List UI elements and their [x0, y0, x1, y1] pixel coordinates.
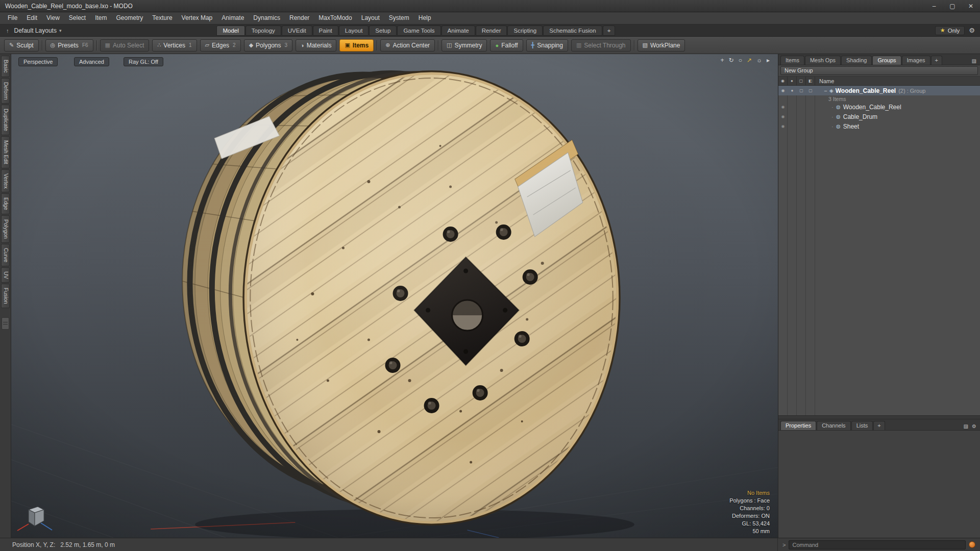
- layout-preset-dropdown[interactable]: Default Layouts ▾: [12, 27, 64, 34]
- select-through-button[interactable]: ▥ Select Through: [571, 39, 631, 52]
- tab-items[interactable]: Items: [780, 56, 804, 65]
- tab-properties[interactable]: Properties: [780, 421, 816, 430]
- tab-shading[interactable]: Shading: [841, 56, 872, 65]
- tab-animate[interactable]: Animate: [442, 26, 475, 36]
- menu-geometry[interactable]: Geometry: [112, 12, 148, 24]
- symmetry-button[interactable]: ◫ Symmetry: [442, 39, 487, 52]
- tab-topology[interactable]: Topology: [246, 26, 281, 36]
- presets-button[interactable]: ◎ Presets F6: [45, 39, 93, 52]
- toolbox-tab-curve[interactable]: Curve: [1, 244, 10, 266]
- toolbox-tab-uv[interactable]: UV: [1, 267, 10, 283]
- filter-toggle-icon[interactable]: ▢: [806, 86, 815, 95]
- panel-splitter[interactable]: [778, 415, 980, 419]
- menu-file[interactable]: File: [3, 12, 22, 24]
- toolbox-tab-fusion[interactable]: Fusion: [1, 284, 10, 308]
- viewport-settings-icon[interactable]: ☼: [756, 57, 762, 64]
- menu-system[interactable]: System: [384, 12, 414, 24]
- new-group-button[interactable]: New Group: [780, 66, 978, 75]
- raygl-button[interactable]: Ray GL: Off: [124, 57, 163, 66]
- only-toggle[interactable]: ★ Only: [935, 26, 965, 35]
- command-input[interactable]: [789, 540, 966, 549]
- panel-grip-handle[interactable]: [2, 317, 9, 330]
- command-status-dot[interactable]: [969, 541, 975, 548]
- render-toggle-icon[interactable]: ●: [788, 86, 797, 95]
- menu-edit[interactable]: Edit: [22, 12, 42, 24]
- menu-view[interactable]: View: [42, 12, 64, 24]
- toolbox-tab-edge[interactable]: Edge: [1, 193, 10, 214]
- sculpt-button[interactable]: ✎ Sculpt: [4, 39, 39, 52]
- zoom-icon[interactable]: ○: [739, 57, 742, 64]
- menu-vertex-map[interactable]: Vertex Map: [177, 12, 217, 24]
- tab-layout[interactable]: Layout: [339, 26, 369, 36]
- tab-schematic-fusion[interactable]: Schematic Fusion: [543, 26, 602, 36]
- toolbox-tab-polygon[interactable]: Polygon: [1, 215, 10, 243]
- eye-icon[interactable]: ◉: [778, 121, 788, 131]
- lock-toggle-icon[interactable]: ▢: [797, 86, 806, 95]
- materials-mode-button[interactable]: ◑ Materials: [296, 39, 336, 52]
- add-tab-button[interactable]: +: [603, 26, 616, 36]
- viewport-3d[interactable]: Perspective Advanced Ray GL: Off + ↻ ○ ↗…: [11, 54, 778, 538]
- tree-row-sheet[interactable]: ◉ · ◍ Sheet: [778, 121, 980, 131]
- vertices-mode-button[interactable]: ∴ Vertices 1: [152, 39, 197, 52]
- tab-game-tools[interactable]: Game Tools: [397, 26, 440, 36]
- menu-item[interactable]: Item: [90, 12, 111, 24]
- menu-layout[interactable]: Layout: [357, 12, 384, 24]
- polygons-mode-button[interactable]: ◆ Polygons 3: [244, 39, 292, 52]
- render-column-icon[interactable]: ●: [788, 77, 797, 85]
- menu-select[interactable]: Select: [64, 12, 90, 24]
- snapping-button[interactable]: ╋ Snapping: [526, 39, 568, 52]
- falloff-button[interactable]: ● Falloff: [490, 39, 523, 52]
- fit-view-icon[interactable]: ↗: [747, 57, 752, 64]
- maximize-button[interactable]: ▢: [943, 0, 962, 12]
- tab-lists[interactable]: Lists: [851, 421, 873, 430]
- toolbox-tab-deform[interactable]: Deform: [1, 78, 10, 104]
- viewport-canvas[interactable]: [11, 54, 778, 538]
- shading-mode-button[interactable]: Advanced: [74, 57, 109, 66]
- toolbox-tab-basic[interactable]: Basic: [1, 56, 10, 77]
- tab-model[interactable]: Model: [216, 26, 244, 36]
- toolbox-tab-duplicate[interactable]: Duplicate: [1, 105, 10, 135]
- action-center-button[interactable]: ⊕ Action Center: [380, 39, 435, 52]
- add-prop-tab-button[interactable]: +: [873, 421, 885, 430]
- collapse-icon[interactable]: −: [822, 88, 829, 94]
- edges-mode-button[interactable]: ▱ Edges 2: [200, 39, 241, 52]
- menu-texture[interactable]: Texture: [148, 12, 177, 24]
- filter-column-icon[interactable]: ◧: [806, 77, 815, 85]
- command-prompt-icon[interactable]: >: [782, 542, 786, 548]
- tab-mesh-ops[interactable]: Mesh Ops: [805, 56, 841, 65]
- workplane-button[interactable]: ▧ WorkPlane: [638, 39, 685, 52]
- lock-column-icon[interactable]: ▢: [797, 77, 806, 85]
- menu-maxtomodo[interactable]: MaxToModo: [314, 12, 356, 24]
- tab-groups[interactable]: Groups: [872, 56, 901, 65]
- eye-icon[interactable]: ◉: [778, 112, 788, 121]
- tree-row-wooden-cable-reel[interactable]: ◉ · ◍ Wooden_Cable_Reel: [778, 102, 980, 112]
- menu-help[interactable]: Help: [414, 12, 436, 24]
- menu-animate[interactable]: Animate: [217, 12, 249, 24]
- tab-render[interactable]: Render: [476, 26, 507, 36]
- items-mode-button[interactable]: ▣ Items: [339, 39, 374, 52]
- visibility-column-icon[interactable]: ◉: [778, 77, 788, 85]
- tab-images[interactable]: Images: [902, 56, 930, 65]
- gear-icon[interactable]: ⚙: [972, 423, 976, 429]
- tab-scripting[interactable]: Scripting: [507, 26, 543, 36]
- view-type-button[interactable]: Perspective: [18, 57, 58, 66]
- tree-row-cable-drum[interactable]: ◉ · ◍ Cable_Drum: [778, 112, 980, 121]
- eye-icon[interactable]: ◉: [778, 102, 788, 112]
- auto-select-button[interactable]: ▦ Auto Select: [100, 39, 150, 52]
- panel-expand-icon[interactable]: ▨: [972, 58, 976, 64]
- tab-setup[interactable]: Setup: [369, 26, 397, 36]
- tab-uvedit[interactable]: UVEdit: [282, 26, 312, 36]
- tree-row-group-root[interactable]: ◉ ● ▢ ▢ − ◈ Wooden_Cable_Reel (2) : Grou…: [778, 86, 980, 95]
- pan-icon[interactable]: +: [721, 57, 724, 64]
- panel-expand-icon[interactable]: ▨: [964, 423, 968, 429]
- layouts-up-icon[interactable]: ↑: [3, 28, 12, 34]
- add-list-tab-button[interactable]: +: [931, 56, 942, 65]
- rotate-icon[interactable]: ↻: [729, 57, 734, 64]
- gear-icon[interactable]: ⚙: [969, 27, 975, 34]
- toolbox-tab-vertex[interactable]: Vertex: [1, 169, 10, 193]
- tab-channels[interactable]: Channels: [817, 421, 850, 430]
- tab-paint[interactable]: Paint: [313, 26, 338, 36]
- menu-dynamics[interactable]: Dynamics: [249, 12, 285, 24]
- menu-render[interactable]: Render: [285, 12, 314, 24]
- eye-icon[interactable]: ◉: [778, 86, 788, 95]
